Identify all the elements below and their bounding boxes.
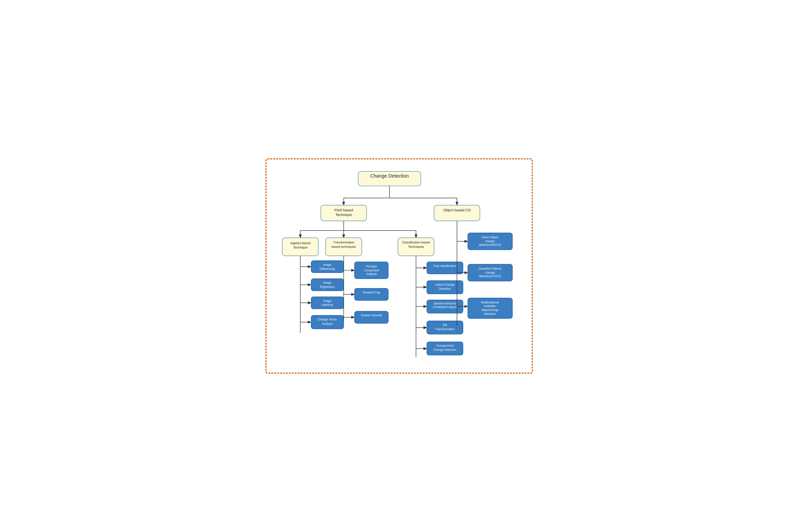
pixel-label: Pixel based <box>334 208 353 212</box>
svg-text:objectchange: objectchange <box>481 308 498 312</box>
svg-text:detection(DOCD): detection(DOCD) <box>479 243 501 247</box>
svg-text:Image: Image <box>323 263 331 266</box>
svg-text:Image: Image <box>323 281 331 284</box>
svg-text:Multitemporal/: Multitemporal/ <box>481 301 499 304</box>
svg-text:detection: detection <box>484 312 496 316</box>
svg-text:Regression: Regression <box>320 285 335 289</box>
svg-text:Component: Component <box>364 269 379 272</box>
svg-text:Principle: Principle <box>366 265 377 268</box>
svg-text:Direct Object: Direct Object <box>481 236 498 239</box>
svg-text:based techniques: based techniques <box>331 245 356 249</box>
svg-text:Technique: Technique <box>293 246 307 249</box>
svg-rect-21 <box>311 261 343 273</box>
svg-text:Transformation: Transformation <box>333 241 354 244</box>
svg-text:Spectral temporal: Spectral temporal <box>433 302 456 305</box>
svg-text:Image: Image <box>323 299 331 303</box>
svg-text:Detection: Detection <box>439 287 451 290</box>
svg-rect-27 <box>311 297 343 309</box>
svg-text:Differencing: Differencing <box>320 267 335 271</box>
diagram-svg: Change Detection Pixel based Technique O… <box>276 167 522 364</box>
svg-text:Algebra based: Algebra based <box>290 242 310 245</box>
svg-text:Post classification: Post classification <box>433 264 456 268</box>
svg-text:Analysis: Analysis <box>366 272 377 276</box>
svg-text:Unsupervised: Unsupervised <box>436 344 454 347</box>
svg-text:Transformation: Transformation <box>435 327 455 331</box>
svg-text:Techniques: Techniques <box>408 245 424 249</box>
svg-text:Classification based: Classification based <box>402 241 430 244</box>
svg-text:Analysis: Analysis <box>322 322 332 325</box>
outer-container: Change Detection Pixel based Technique O… <box>266 158 533 374</box>
svg-text:change: change <box>485 271 495 274</box>
svg-text:Combined Analysis: Combined Analysis <box>432 306 457 309</box>
svg-rect-47 <box>355 311 388 324</box>
svg-text:rationing: rationing <box>322 303 333 307</box>
svg-rect-45 <box>355 288 388 301</box>
svg-rect-6 <box>434 205 480 221</box>
pixel-label2: Technique <box>335 213 352 217</box>
svg-text:Gramm Schmdit: Gramm Schmdit <box>361 314 382 317</box>
svg-rect-24 <box>311 279 343 291</box>
svg-text:Classified Objects: Classified Objects <box>478 267 501 270</box>
svg-text:detection(COCD): detection(COCD) <box>479 275 501 278</box>
svg-text:Hybrid Change: Hybrid Change <box>435 283 455 286</box>
svg-text:Change Detection: Change Detection <box>433 348 456 352</box>
svg-text:multidate-: multidate- <box>483 305 496 308</box>
object-label: Object based CD <box>443 208 471 212</box>
svg-rect-59 <box>427 262 463 274</box>
root-label: Change Detection <box>370 173 408 178</box>
svg-text:change: change <box>485 240 495 243</box>
svg-text:Tasseled Cap: Tasseled Cap <box>362 291 380 294</box>
svg-text:EM: EM <box>443 323 447 327</box>
svg-text:Change Vector: Change Vector <box>318 318 337 321</box>
